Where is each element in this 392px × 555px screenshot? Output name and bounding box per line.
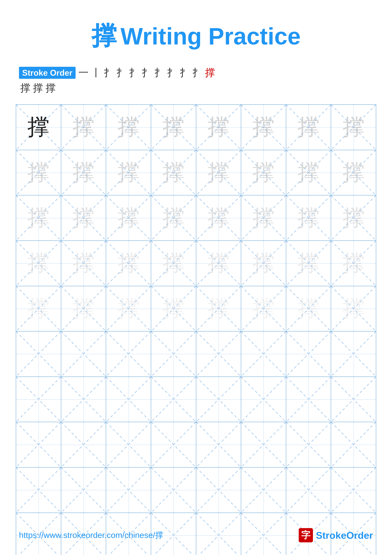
grid-cell[interactable]: 撑	[241, 105, 286, 150]
grid-cell[interactable]: 撑	[286, 241, 331, 286]
svg-line-88	[196, 331, 241, 377]
stroke-step-1: 一	[78, 66, 89, 80]
grid-cell[interactable]	[106, 331, 151, 377]
grid-cell[interactable]: 撑	[16, 195, 61, 241]
grid-cell[interactable]: 撑	[196, 286, 241, 331]
svg-line-129	[16, 467, 61, 513]
grid-cell[interactable]	[241, 422, 286, 467]
grid-cell[interactable]	[241, 467, 286, 513]
grid-cell[interactable]	[61, 467, 106, 513]
grid-cell[interactable]	[286, 467, 331, 513]
grid-row: 撑 撑 撑 撑 撑 撑 撑	[16, 105, 376, 150]
grid-cell[interactable]: 撑	[286, 286, 331, 331]
svg-line-110	[331, 377, 376, 422]
grid-cell[interactable]	[151, 377, 196, 422]
grid-cell[interactable]: 撑	[16, 241, 61, 286]
grid-cell[interactable]	[241, 331, 286, 377]
grid-cell[interactable]: 撑	[196, 150, 241, 195]
grid-cell[interactable]: 撑	[241, 286, 286, 331]
grid-cell[interactable]	[331, 377, 376, 422]
grid-cell[interactable]	[16, 467, 61, 513]
svg-line-126	[331, 422, 376, 467]
grid-cell[interactable]	[106, 467, 151, 513]
grid-cell[interactable]: 撑	[61, 195, 106, 241]
grid-cell[interactable]: 撑	[106, 195, 151, 241]
grid-cell[interactable]	[331, 422, 376, 467]
grid-cell[interactable]	[61, 331, 106, 377]
practice-char: 撑	[72, 203, 95, 233]
grid-cell[interactable]: 撑	[286, 105, 331, 150]
grid-cell[interactable]	[16, 422, 61, 467]
grid-cell[interactable]: 撑	[241, 195, 286, 241]
grid-cell[interactable]: 撑	[16, 286, 61, 331]
grid-cell[interactable]	[286, 422, 331, 467]
grid-cell[interactable]	[241, 377, 286, 422]
grid-cell[interactable]	[331, 331, 376, 377]
grid-cell[interactable]: 撑	[106, 105, 151, 150]
grid-cell[interactable]	[196, 331, 241, 377]
grid-cell[interactable]	[196, 467, 241, 513]
grid-cell[interactable]: 撑	[286, 150, 331, 195]
stroke-step-4: 扌	[116, 66, 127, 80]
grid-cell[interactable]: 撑	[16, 150, 61, 195]
grid-cell[interactable]: 撑	[106, 286, 151, 331]
practice-grid-container: 撑 撑 撑 撑 撑 撑 撑	[0, 104, 392, 555]
grid-cell[interactable]	[106, 377, 151, 422]
svg-line-94	[331, 331, 376, 377]
grid-cell[interactable]	[151, 467, 196, 513]
svg-line-135	[151, 467, 196, 513]
grid-cell[interactable]: 撑	[61, 105, 106, 150]
grid-cell[interactable]: 撑	[16, 105, 61, 150]
svg-line-118	[151, 422, 196, 467]
grid-cell[interactable]	[61, 422, 106, 467]
grid-cell[interactable]	[106, 422, 151, 467]
practice-char: 撑	[207, 203, 230, 233]
grid-cell[interactable]: 撑	[151, 150, 196, 195]
grid-cell[interactable]: 撑	[61, 241, 106, 286]
grid-cell[interactable]: 撑	[331, 286, 376, 331]
grid-cell[interactable]: 撑	[61, 286, 106, 331]
practice-char: 撑	[162, 294, 185, 324]
grid-cell[interactable]: 撑	[241, 241, 286, 286]
grid-cell[interactable]: 撑	[106, 241, 151, 286]
grid-cell[interactable]: 撑	[151, 286, 196, 331]
stroke-order-row1: Stroke Order 一 丨 扌 扌 扌 扌 扌 扌 扌 扌 撑	[19, 66, 373, 80]
svg-line-115	[61, 422, 106, 467]
grid-cell[interactable]	[196, 377, 241, 422]
grid-cell[interactable]: 撑	[61, 150, 106, 195]
grid-cell[interactable]: 撑	[331, 241, 376, 286]
grid-cell[interactable]	[61, 377, 106, 422]
grid-cell[interactable]	[151, 331, 196, 377]
grid-cell[interactable]: 撑	[196, 105, 241, 150]
grid-cell[interactable]	[16, 377, 61, 422]
svg-line-124	[286, 422, 331, 467]
grid-cell[interactable]: 撑	[241, 150, 286, 195]
grid-cell[interactable]	[151, 422, 196, 467]
grid-cell[interactable]: 撑	[286, 195, 331, 241]
grid-cell[interactable]: 撑	[151, 105, 196, 150]
practice-char: 撑	[117, 294, 140, 324]
grid-cell[interactable]	[286, 377, 331, 422]
svg-line-100	[106, 377, 151, 422]
grid-cell[interactable]: 撑	[331, 105, 376, 150]
svg-line-87	[151, 331, 196, 377]
practice-char: 撑	[297, 112, 320, 142]
svg-line-99	[61, 377, 106, 422]
grid-cell[interactable]: 撑	[331, 195, 376, 241]
stroke-step-6: 扌	[142, 66, 152, 80]
grid-cell[interactable]	[331, 467, 376, 513]
svg-line-142	[331, 467, 376, 513]
grid-cell[interactable]	[286, 331, 331, 377]
grid-cell[interactable]	[196, 422, 241, 467]
practice-char: 撑	[207, 158, 230, 188]
grid-cell[interactable]	[16, 331, 61, 377]
grid-cell[interactable]: 撑	[106, 150, 151, 195]
stroke-order-row2: 撑 撑 撑	[19, 81, 373, 95]
grid-cell[interactable]: 撑	[331, 150, 376, 195]
grid-cell[interactable]: 撑	[151, 195, 196, 241]
svg-line-113	[16, 422, 61, 467]
grid-cell[interactable]: 撑	[196, 241, 241, 286]
grid-cell[interactable]: 撑	[151, 241, 196, 286]
svg-line-125	[286, 422, 331, 467]
grid-cell[interactable]: 撑	[196, 195, 241, 241]
